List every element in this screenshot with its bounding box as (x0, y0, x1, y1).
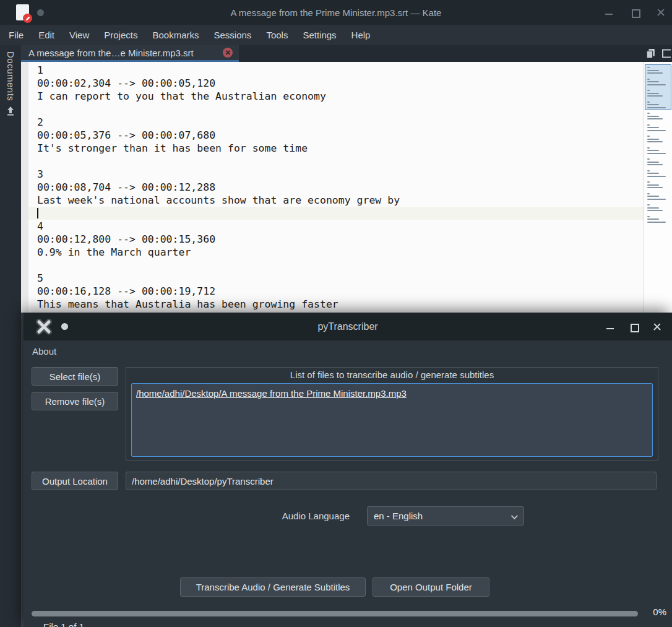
output-path-field[interactable]: /home/adhi/Desktop/pyTranscriber (126, 472, 657, 490)
close-button[interactable] (652, 322, 662, 332)
pencil-icon (23, 14, 32, 23)
menu-projects[interactable]: Projects (97, 26, 145, 44)
chevron-down-icon (511, 512, 518, 519)
maximize-button[interactable] (630, 7, 640, 17)
editor-line[interactable]: 2 (28, 116, 644, 129)
file-list-item[interactable]: /home/adhi/Desktop/A message from the Pr… (132, 384, 652, 403)
editor-line[interactable]: 3 (28, 168, 644, 181)
menu-help[interactable]: Help (344, 26, 378, 44)
editor-line[interactable]: 4 (28, 220, 644, 233)
window-pin-dot (37, 9, 44, 16)
transcribe-button[interactable]: Transcribe Audio / Generate Subtitles (180, 577, 366, 597)
desktop: A message from the Prime Minister.mp3.sr… (0, 0, 672, 627)
pytranscriber-window: pyTranscriber About Select file(s) Remov… (24, 313, 672, 627)
editor-line[interactable] (28, 155, 644, 168)
kate-app-icon (16, 4, 29, 20)
menu-settings[interactable]: Settings (295, 26, 343, 44)
editor-line[interactable]: I can report to you that the Australian … (28, 90, 644, 103)
editor-icon-border (21, 62, 28, 313)
editor-line[interactable]: Last week's national accounts show that … (28, 194, 644, 207)
editor-line[interactable]: This means that Australia has been growi… (28, 298, 644, 311)
tab-close-icon[interactable] (223, 48, 233, 58)
sidebar-item-documents[interactable]: Documents (6, 45, 16, 116)
menu-edit[interactable]: Edit (31, 26, 62, 44)
kate-tabbar: A message from the…e Minister.mp3.srt (21, 45, 672, 62)
audio-language-value: en - English (374, 511, 423, 521)
pytranscriber-window-title: pyTranscriber (24, 321, 672, 332)
file-counter-label: File 1 of 1 (43, 621, 84, 627)
kate-window-title: A message from the Prime Minister.mp3.sr… (0, 7, 672, 18)
pytranscriber-body: Select file(s) Remove file(s) List of fi… (24, 362, 672, 627)
editor-line[interactable]: 00:00:16,128 --> 00:00:19,712 (28, 285, 644, 298)
editor-lines: 100:00:02,304 --> 00:00:05,120I can repo… (28, 64, 644, 311)
editor-line[interactable]: 00:00:08,704 --> 00:00:12,288 (28, 181, 644, 194)
editor-minimap-scrollbar[interactable] (644, 62, 672, 313)
editor-line[interactable] (28, 259, 644, 272)
audio-language-label: Audio Language (259, 511, 350, 521)
kate-titlebar[interactable]: A message from the Prime Minister.mp3.sr… (0, 0, 672, 25)
menu-bookmarks[interactable]: Bookmarks (145, 26, 206, 44)
kate-left-toolview-bar: Documents (0, 45, 21, 627)
editor-line[interactable]: 00:00:12,800 --> 00:00:15,360 (28, 233, 644, 246)
close-button[interactable] (656, 7, 666, 17)
kate-menubar: FileEditViewProjectsBookmarksSessionsToo… (0, 25, 672, 45)
remove-files-button[interactable]: Remove file(s) (32, 392, 118, 410)
menu-sessions[interactable]: Sessions (207, 26, 259, 44)
editor-line[interactable]: 0.9% in the March quarter (28, 246, 644, 259)
pytranscriber-titlebar[interactable]: pyTranscriber (24, 313, 672, 340)
file-list[interactable]: /home/adhi/Desktop/A message from the Pr… (131, 383, 653, 457)
pytranscriber-app-icon (35, 318, 53, 336)
progress-bar (32, 611, 638, 616)
document-tab-label: A message from the…e Minister.mp3.srt (28, 48, 218, 58)
file-list-groupbox: List of files to transcribe audio / gene… (126, 367, 658, 461)
editor-line[interactable]: 1 (28, 64, 644, 77)
pytranscriber-menubar: About (24, 340, 672, 362)
editor-line[interactable]: It's stronger than it has been for some … (28, 142, 644, 155)
editor-line[interactable] (28, 207, 644, 220)
editor-line[interactable]: 5 (28, 272, 644, 285)
documents-list-icon[interactable] (645, 48, 656, 59)
editor-line[interactable]: 00:00:02,304 --> 00:00:05,120 (28, 77, 644, 90)
minimize-button[interactable] (604, 7, 614, 17)
editor-line[interactable] (28, 103, 644, 116)
audio-language-select[interactable]: en - English (367, 506, 524, 525)
text-cursor (37, 208, 38, 218)
kate-editor[interactable]: 100:00:02,304 --> 00:00:05,120I can repo… (21, 62, 644, 313)
split-view-icon[interactable] (662, 48, 671, 59)
open-output-folder-button[interactable]: Open Output Folder (373, 577, 489, 597)
menu-file[interactable]: File (1, 26, 31, 44)
maximize-button[interactable] (629, 322, 639, 332)
document-tab[interactable]: A message from the…e Minister.mp3.srt (21, 45, 239, 62)
editor-line[interactable]: 00:00:05,376 --> 00:00:07,680 (28, 129, 644, 142)
window-pin-dot (61, 323, 68, 330)
menu-view[interactable]: View (62, 26, 97, 44)
progress-percent: 0% (653, 607, 666, 617)
minimap-rows (647, 67, 670, 227)
file-list-title: List of files to transcribe audio / gene… (126, 370, 658, 380)
menu-about[interactable]: About (24, 342, 65, 360)
select-files-button[interactable]: Select file(s) (32, 367, 118, 386)
upload-arrow-icon (6, 106, 15, 116)
minimize-button[interactable] (605, 322, 615, 332)
menu-tools[interactable]: Tools (259, 26, 295, 44)
documents-toolview-label: Documents (6, 51, 16, 101)
output-location-button[interactable]: Output Location (32, 472, 118, 490)
